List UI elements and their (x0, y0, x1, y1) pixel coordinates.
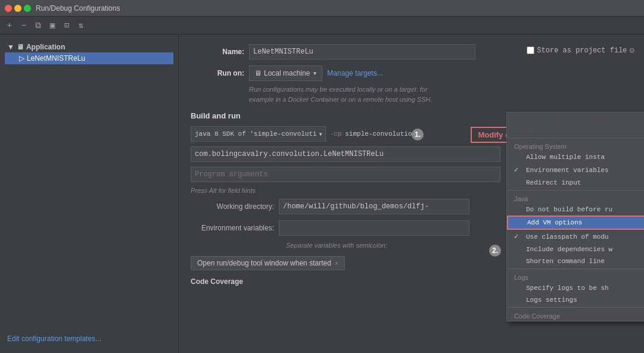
window-controls[interactable] (5, 5, 31, 12)
sidebar-group-label: Application (26, 43, 65, 51)
menu-item-label: Shorten command line (526, 258, 605, 265)
chevron-down-icon: ▼ (7, 43, 14, 51)
main-layout: ▼ 🖥 Application ▷ LeNetMNISTReLu Edit co… (0, 35, 644, 353)
menu-separator (507, 138, 644, 138)
step1-circle: 1. (412, 129, 424, 140)
step2-circle: 2. (489, 245, 501, 257)
folder-icon[interactable]: ⊡ (61, 20, 73, 32)
sidebar-item-lenet[interactable]: ▷ LeNetMNISTReLu (5, 52, 173, 64)
menu-item-label: Use classpath or module (526, 115, 617, 122)
menu-item-main-class[interactable]: Main class Alt+C (507, 124, 644, 136)
sort-icon[interactable]: ⇅ (75, 20, 87, 32)
window-title: Run/Debug Configurations (36, 4, 120, 13)
menu-item-do-not-build[interactable]: Do not build before ru (507, 204, 644, 215)
settings-gear-icon[interactable]: ⚙ (630, 45, 634, 55)
run-on-value: Local machine (264, 69, 310, 77)
add-icon[interactable]: + (4, 20, 15, 32)
name-input[interactable] (249, 44, 475, 60)
sidebar-footer: Edit configuration templates... (0, 330, 178, 348)
description-line2: example in a Docker Container or on a re… (249, 96, 433, 103)
menu-item-specify-logs[interactable]: Specify logs to be sh (507, 282, 644, 294)
title-bar: Run/Debug Configurations (0, 0, 644, 17)
minimize-button[interactable] (14, 5, 21, 12)
menu-item-label: Allow multiple insta (526, 154, 605, 161)
menu-section-java-label: Java (507, 192, 644, 204)
cp-value: simple-convolution (345, 130, 416, 138)
menu-item-label: Use classpath of modu (526, 233, 609, 240)
menu-separator (507, 190, 644, 190)
sdk-value: java 8 SDK of 'simple-convoluti (195, 130, 317, 138)
sidebar-item-label: LeNetMNISTReLu (27, 54, 85, 63)
menu-item-shorten-cmd[interactable]: Shorten command line (507, 255, 644, 267)
run-config-icon: ▷ (19, 54, 24, 63)
step2-annotation: 2. (489, 245, 501, 257)
menu-section-logs-label: Logs (507, 270, 644, 282)
sdk-dropdown[interactable]: java 8 SDK of 'simple-convoluti (191, 126, 326, 142)
menu-item-label: Environment variables (526, 167, 609, 174)
menu-item-use-classpath[interactable]: Use classpath or module Alt+O (507, 113, 644, 124)
store-project-checkbox[interactable] (527, 46, 534, 54)
menu-item-label: Main class (526, 127, 565, 134)
menu-item-redirect-input[interactable]: Redirect input (507, 177, 644, 189)
sidebar-section: ▼ 🖥 Application ▷ LeNetMNISTReLu (0, 39, 178, 67)
sidebar-group-header[interactable]: ▼ 🖥 Application (5, 42, 173, 52)
menu-item-label: Specify logs to be sh (526, 285, 609, 292)
maximize-button[interactable] (24, 5, 31, 12)
main-class-input[interactable] (191, 146, 500, 162)
menu-separator (507, 307, 644, 308)
check-icon: ✓ (514, 232, 522, 241)
menu-item-add-vm-options[interactable]: Add VM options (507, 215, 644, 230)
close-button[interactable] (5, 5, 12, 12)
step1-annotation: 1. (412, 129, 424, 140)
menu-item-label: Include dependencies w (526, 246, 612, 253)
sidebar: ▼ 🖥 Application ▷ LeNetMNISTReLu Edit co… (0, 35, 179, 353)
env-vars-label: Environment variables: (191, 224, 274, 232)
working-dir-input[interactable] (279, 199, 469, 214)
machine-icon: 🖥 (254, 69, 262, 77)
menu-item-include-deps[interactable]: Include dependencies w (507, 243, 644, 255)
program-args-input[interactable] (191, 167, 500, 182)
menu-section-os-label: Operating System (507, 139, 644, 151)
context-menu: Use classpath or module Alt+O Main class… (506, 112, 644, 321)
description-text: Run configurations may be executed local… (249, 85, 632, 104)
menu-item-label: Do not build before ru (526, 206, 612, 213)
content-panel: Store as project file ⚙ Name: Run on: 🖥 … (179, 35, 644, 353)
edit-templates-link[interactable]: Edit configuration templates... (7, 335, 101, 343)
menu-item-allow-multiple[interactable]: Allow multiple insta (507, 151, 644, 163)
save-icon[interactable]: ▣ (46, 20, 58, 32)
open-run-label: Open run/debug tool window when started (197, 259, 331, 267)
menu-item-logs-settings[interactable]: Logs settings (507, 294, 644, 306)
menu-item-label: Redirect input (526, 179, 581, 186)
run-on-dropdown[interactable]: 🖥 Local machine (249, 65, 322, 81)
menu-item-use-classpath-module[interactable]: ✓ Use classpath of modu (507, 230, 644, 243)
menu-section-code-coverage-label: Code Coverage (507, 309, 644, 321)
menu-separator (507, 268, 644, 269)
copy-icon[interactable]: ⧉ (32, 20, 44, 32)
store-project-label[interactable]: Store as project file (537, 46, 627, 55)
cp-label: -cp (329, 130, 341, 138)
name-label: Name: (191, 48, 244, 56)
env-vars-input[interactable] (279, 220, 469, 236)
open-run-debug-button[interactable]: Open run/debug tool window when started … (191, 256, 345, 270)
run-on-label: Run on: (191, 69, 244, 77)
run-on-row: Run on: 🖥 Local machine Manage targets..… (191, 65, 632, 81)
close-tag-icon[interactable]: × (335, 260, 338, 267)
check-icon: ✓ (514, 165, 522, 174)
toolbar: + − ⧉ ▣ ⊡ ⇅ (0, 17, 644, 35)
application-icon: 🖥 (17, 43, 24, 51)
manage-targets-link[interactable]: Manage targets... (327, 69, 382, 77)
menu-item-env-vars[interactable]: ✓ Environment variables (507, 163, 644, 177)
store-project-row: Store as project file ⚙ (527, 45, 634, 55)
menu-item-label: Logs settings (526, 296, 577, 304)
code-coverage-label: Code Coverage (191, 277, 243, 286)
description-line1: Run configurations may be executed local… (249, 86, 428, 93)
menu-item-label: Add VM options (527, 219, 582, 226)
remove-icon[interactable]: − (18, 20, 30, 32)
working-dir-label: Working directory: (191, 202, 274, 211)
